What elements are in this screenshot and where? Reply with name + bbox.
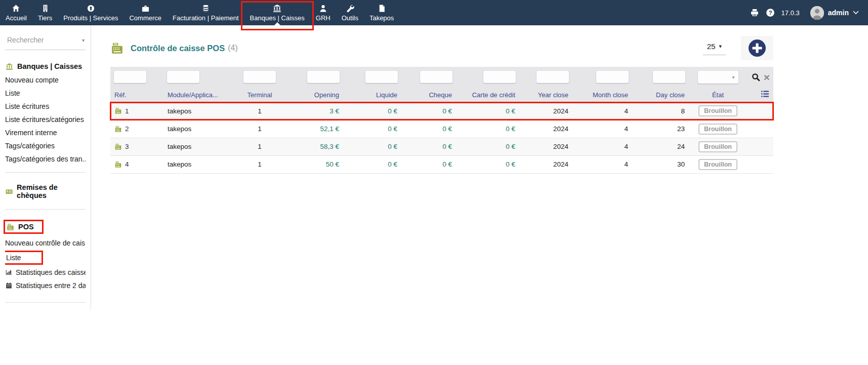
liquide-cell: 0 € (343, 155, 401, 173)
sidebar-section-banques-caisses[interactable]: Banques | Caisses (5, 62, 82, 70)
table-row[interactable]: 2 takepos 1 52,1 € 0 € 0 € 0 € 2024 4 23… (110, 120, 773, 138)
column-header-year-close[interactable]: Year close (519, 87, 572, 102)
column-header-month-close[interactable]: Month close (572, 87, 632, 102)
nav-item-label: Takepos (369, 14, 394, 22)
column-header-carte-de-credit[interactable]: Carte de crédit (456, 87, 519, 102)
bank-icon (5, 63, 14, 70)
sidebar-section-title: Banques | Caisses (17, 62, 82, 70)
day-close-cell: 24 (632, 138, 689, 155)
sidebar-item-virement-interne[interactable]: Virement interne (5, 126, 86, 139)
nav-item-commerce[interactable]: Commerce (123, 0, 167, 25)
cash-register-icon (110, 42, 124, 55)
filter-ref-input[interactable] (114, 71, 146, 83)
table-row[interactable]: 1 takepos 1 3 € 0 € 0 € 0 € 2024 4 8 Bro… (110, 102, 773, 120)
cheque-icon (5, 188, 13, 195)
sidebar-item-nouveau-compte[interactable]: Nouveau compte (5, 73, 86, 87)
add-record-button[interactable] (741, 36, 773, 60)
home-icon (11, 4, 21, 13)
terminal-cell: 1 (234, 155, 285, 173)
user-menu[interactable]: admin (810, 6, 859, 20)
nav-item-facturation-paiement[interactable]: Facturation | Paiement (167, 0, 244, 25)
ref-link[interactable]: 4 (125, 160, 129, 168)
module-cell: takepos (163, 102, 234, 120)
nav-item-produits-services[interactable]: Produits | Services (58, 0, 123, 25)
filter-terminal-input[interactable] (243, 71, 276, 83)
pos-cash-control-table: ▾ × Réf. Module/Applica... Terminal Open… (110, 67, 773, 174)
filter-carte-input[interactable] (483, 71, 516, 83)
cash-register-icon (114, 143, 122, 150)
page-size-select[interactable]: 25 ▾ (703, 41, 726, 55)
column-header-opening[interactable]: Opening (285, 87, 343, 102)
filter-liquide-input[interactable] (365, 71, 398, 83)
nav-item-tiers[interactable]: Tiers (32, 0, 58, 25)
nav-item-banques-caisses[interactable]: Banques | Caisses (244, 0, 310, 25)
cheque-cell: 0 € (401, 155, 456, 173)
sidebar-section-title: Remises de chèques (17, 183, 86, 199)
calendar-icon (5, 282, 13, 289)
filter-module-input[interactable] (167, 71, 199, 83)
column-header-etat[interactable]: État (689, 87, 747, 102)
sidebar-item-liste-ecritures[interactable]: Liste écritures (5, 100, 86, 113)
sidebar-item-statistiques-entre-2-dates[interactable]: Statistiques entre 2 da... (5, 279, 86, 292)
sidebar-section-remises-de-cheques[interactable]: Remises de chèques (5, 183, 86, 199)
sidebar-item-tags-categories[interactable]: Tags/catégories (5, 139, 86, 152)
sidebar-item-tags-categories-transactions[interactable]: Tags/catégories des tran... (5, 152, 86, 166)
column-header-ref[interactable]: Réf. (110, 87, 163, 102)
nav-item-takepos[interactable]: Takepos (364, 0, 399, 25)
chevron-down-icon: ▾ (719, 43, 722, 50)
month-close-cell: 4 (572, 102, 632, 120)
filter-opening-input[interactable] (307, 71, 340, 83)
nav-item-outils[interactable]: Outils (336, 0, 364, 25)
main-content: Contrôle de caisse POS (4) 25 ▾ (91, 25, 868, 174)
sidebar-item-label: Nouveau compte (5, 76, 59, 84)
document-icon (377, 4, 387, 13)
column-header-module[interactable]: Module/Applica... (163, 87, 234, 102)
opening-cell: 52,1 € (285, 120, 343, 138)
terminal-cell: 1 (234, 138, 285, 155)
filter-month-input[interactable] (596, 71, 629, 83)
module-cell: takepos (163, 138, 234, 155)
day-close-cell: 23 (632, 120, 689, 138)
column-selector-icon[interactable] (761, 90, 769, 98)
sidebar: ▾ Banques | Caisses Nouveau compte Liste… (0, 25, 91, 309)
user-name: admin (828, 9, 849, 17)
ref-link[interactable]: 3 (125, 143, 129, 150)
table-row[interactable]: 3 takepos 1 58,3 € 0 € 0 € 0 € 2024 4 24… (110, 138, 773, 155)
search-icon[interactable] (752, 73, 760, 82)
page-header: Contrôle de caisse POS (4) 25 ▾ (110, 35, 773, 61)
column-header-cheque[interactable]: Cheque (401, 87, 456, 102)
search-dropdown-caret-icon[interactable]: ▾ (82, 37, 85, 43)
sidebar-item-statistiques-des-caisses[interactable]: Statistiques des caisses (5, 266, 86, 279)
carte-cell: 0 € (456, 138, 519, 155)
table-row[interactable]: 4 takepos 1 50 € 0 € 0 € 0 € 2024 4 30 B… (110, 155, 773, 173)
search-input[interactable] (6, 35, 82, 45)
column-header-day-close[interactable]: Day close (632, 87, 689, 102)
terminal-cell: 1 (234, 102, 285, 120)
year-close-cell: 2024 (519, 138, 572, 155)
wrench-icon (345, 4, 355, 13)
filter-year-input[interactable] (536, 71, 569, 83)
sidebar-search: ▾ (5, 33, 86, 50)
sidebar-item-liste-comptes[interactable]: Liste (5, 87, 86, 100)
carte-cell: 0 € (456, 102, 519, 120)
filter-etat-select[interactable]: ▾ (698, 71, 738, 84)
sidebar-item-liste-pos[interactable]: Liste (5, 250, 86, 266)
ref-link[interactable]: 2 (125, 125, 129, 133)
nav-item-accueil[interactable]: Accueil (0, 0, 32, 25)
sidebar-section-pos[interactable]: POS (5, 221, 42, 232)
clear-filters-icon[interactable]: × (764, 73, 770, 82)
filter-cheque-input[interactable] (420, 71, 452, 83)
column-header-liquide[interactable]: Liquide (343, 87, 401, 102)
sidebar-item-nouveau-controle-de-caisse[interactable]: Nouveau contrôle de cais... (5, 236, 86, 250)
sidebar-item-liste-ecritures-categories[interactable]: Liste écritures/catégories (5, 113, 86, 126)
nav-item-grh[interactable]: GRH (310, 0, 336, 25)
printer-icon[interactable] (750, 8, 759, 17)
status-badge: Brouillon (698, 159, 737, 170)
liquide-cell: 0 € (343, 102, 401, 120)
ref-link[interactable]: 1 (125, 107, 129, 115)
filter-day-input[interactable] (653, 71, 685, 83)
help-icon[interactable] (766, 8, 775, 17)
cheque-cell: 0 € (401, 138, 456, 155)
sidebar-item-label: Virement interne (5, 129, 57, 137)
column-header-terminal[interactable]: Terminal (234, 87, 285, 102)
